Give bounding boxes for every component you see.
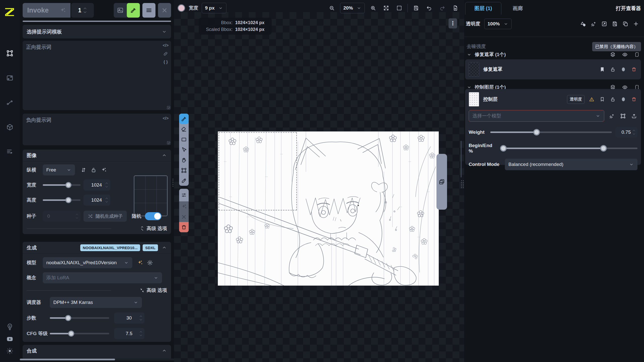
- nav-workflows-icon[interactable]: [5, 98, 15, 108]
- control-model-select[interactable]: 选择一个模型: [469, 110, 604, 122]
- invoke-logo-icon[interactable]: [4, 7, 15, 18]
- model-settings-icon[interactable]: [145, 258, 155, 268]
- collapse-icon[interactable]: [162, 153, 167, 158]
- new-session-icon[interactable]: [451, 3, 460, 13]
- model-select[interactable]: noobaiXLNAIXL_vPred10Version: [43, 257, 132, 268]
- bookmark-icon[interactable]: [599, 96, 606, 103]
- inpaint-mask-layer-row[interactable]: 修复遮罩: [465, 59, 641, 79]
- weight-input[interactable]: 0.75: [615, 127, 637, 138]
- nav-queue-icon[interactable]: [5, 147, 15, 157]
- save-canvas-icon[interactable]: [411, 3, 421, 13]
- undo-icon[interactable]: [424, 3, 434, 13]
- image-section-header[interactable]: 图像: [23, 150, 171, 161]
- save-layer-icon[interactable]: [611, 20, 619, 28]
- seed-input[interactable]: 0: [43, 211, 80, 222]
- resize-grip[interactable]: [167, 106, 170, 109]
- canvas-menu-icon[interactable]: ⋮: [449, 18, 457, 28]
- paste-to-canvas-icon[interactable]: [600, 20, 608, 28]
- brush-width-select[interactable]: 9 px: [202, 3, 226, 13]
- lock-aspect-icon[interactable]: [89, 165, 99, 175]
- export-icon[interactable]: [630, 112, 637, 119]
- panel-scrollbar[interactable]: [20, 358, 174, 360]
- zoom-level-select[interactable]: 20%: [340, 3, 365, 13]
- lock-icon[interactable]: [609, 96, 616, 103]
- inpaint-mask-group-header[interactable]: 修复遮罩 (1个): [467, 50, 641, 59]
- steps-input[interactable]: 30: [114, 312, 144, 324]
- bookmark-icon[interactable]: [599, 66, 606, 73]
- negative-prompt-input[interactable]: 负向提示词 </>: [23, 114, 171, 145]
- begin-end-slider[interactable]: [501, 148, 637, 149]
- swap-dimensions-icon[interactable]: [78, 165, 89, 175]
- weight-slider[interactable]: [490, 131, 612, 133]
- embedding-icon[interactable]: </>: [163, 43, 169, 48]
- height-input[interactable]: 1024: [84, 195, 110, 206]
- nav-models-icon[interactable]: [5, 122, 15, 132]
- generation-bbox[interactable]: [219, 132, 297, 210]
- settings-icon[interactable]: [5, 346, 15, 356]
- model-star-icon[interactable]: [135, 258, 145, 268]
- redo-icon[interactable]: [437, 3, 447, 13]
- link-icon[interactable]: [163, 51, 168, 56]
- collapse-icon[interactable]: [162, 348, 167, 353]
- layer-color-swatch-icon[interactable]: [620, 96, 627, 103]
- nav-canvas-icon[interactable]: [5, 48, 15, 58]
- layer-opacity-badge[interactable]: 透明度: [567, 95, 585, 104]
- mask-color-swatch-icon[interactable]: [620, 66, 627, 73]
- lock-icon[interactable]: [609, 66, 616, 73]
- whats-new-icon[interactable]: [5, 322, 15, 332]
- control-mode-select[interactable]: Balanced (recommended): [505, 159, 637, 170]
- video-tutorials-icon[interactable]: [5, 334, 15, 344]
- positive-prompt-input[interactable]: 正向提示词 </> { }: [23, 41, 171, 110]
- filter-tool-icon[interactable]: [179, 189, 189, 201]
- invoke-button[interactable]: Invoke: [23, 3, 70, 18]
- aspect-select[interactable]: Free: [43, 164, 75, 175]
- nav-upscaling-icon[interactable]: [5, 73, 15, 83]
- width-input[interactable]: 1024: [84, 179, 110, 191]
- random-seed-button[interactable]: 随机生成种子: [84, 211, 127, 222]
- pan-tool-icon[interactable]: [179, 155, 189, 165]
- chevron-down-icon[interactable]: [467, 52, 472, 57]
- generation-advanced-options[interactable]: 高级 选项: [140, 287, 167, 294]
- group-layers-icon[interactable]: [609, 51, 617, 59]
- canvas-mode-icon[interactable]: [127, 3, 140, 18]
- image-advanced-options[interactable]: 高级 选项: [140, 225, 167, 232]
- image-mode-icon[interactable]: [114, 3, 127, 18]
- panel-resize-handle[interactable]: [461, 177, 464, 191]
- opacity-select[interactable]: 100%: [484, 19, 512, 29]
- canvas-scrollbar[interactable]: [461, 141, 462, 177]
- cancel-icon[interactable]: [158, 3, 171, 18]
- prompt-template-select[interactable]: 选择提示词模板: [23, 25, 171, 38]
- open-viewer-button[interactable]: 打开查看器: [616, 5, 641, 12]
- eraser-tool-icon[interactable]: [179, 124, 189, 134]
- rect-tool-icon[interactable]: [179, 134, 189, 145]
- height-slider[interactable]: [43, 199, 80, 201]
- fit-to-view-icon[interactable]: [381, 3, 391, 13]
- width-slider[interactable]: [43, 184, 80, 186]
- quick-actions-icon[interactable]: [590, 20, 598, 28]
- group-visibility-icon[interactable]: [621, 51, 629, 59]
- brush-color-swatch[interactable]: [178, 4, 185, 12]
- random-seed-toggle[interactable]: [145, 212, 162, 220]
- fit-bbox-icon[interactable]: [394, 3, 404, 13]
- queue-count-arrows[interactable]: [83, 7, 87, 13]
- steps-slider[interactable]: [50, 317, 109, 319]
- quick-actions-icon[interactable]: [608, 112, 615, 119]
- resize-grip[interactable]: [167, 141, 170, 145]
- tab-gallery[interactable]: 画廊: [501, 5, 534, 12]
- lora-select[interactable]: 添加 LoRA: [43, 272, 162, 283]
- delete-layer-icon[interactable]: [630, 96, 637, 103]
- queue-count-stepper[interactable]: 1: [71, 3, 94, 18]
- generation-section-header[interactable]: 生成 NOOBAIXLNAIXL_VPRED10... SDXL: [23, 242, 171, 253]
- menu-icon[interactable]: [142, 3, 155, 18]
- brush-tool-icon[interactable]: [179, 114, 189, 124]
- delete-layer-icon[interactable]: [179, 222, 189, 232]
- compositing-section-header[interactable]: 合成: [23, 345, 171, 356]
- bbox-tool-icon[interactable]: [179, 165, 189, 175]
- control-layer-row[interactable]: 控制层 透明度: [469, 92, 637, 107]
- zoom-out-icon[interactable]: [327, 3, 337, 13]
- duplicate-layer-icon[interactable]: [621, 20, 629, 28]
- compare-handle[interactable]: [436, 154, 447, 210]
- add-layer-icon[interactable]: [632, 20, 640, 28]
- tab-layers[interactable]: 图层 (1): [465, 2, 501, 15]
- cfg-input[interactable]: 7.5: [114, 328, 144, 339]
